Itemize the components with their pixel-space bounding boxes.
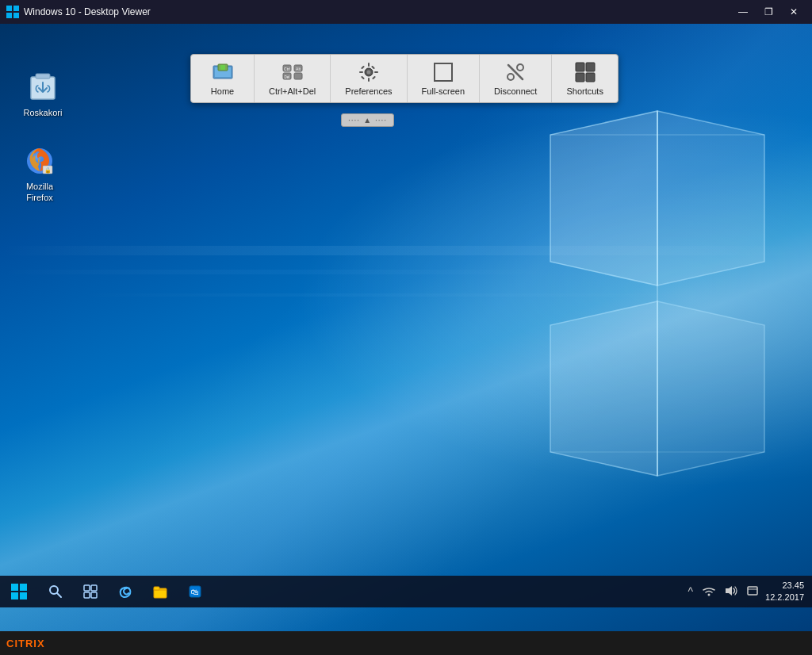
svg-rect-41	[576, 73, 584, 82]
svg-line-54	[57, 593, 61, 597]
title-bar-title: Windows 10 - Desktop Viewer	[24, 6, 151, 17]
svg-rect-56	[91, 585, 97, 591]
recycle-bin-icon	[26, 71, 59, 104]
shortcuts-icon	[574, 61, 596, 83]
store-icon: 🛍	[188, 584, 202, 599]
toolbar-disconnect-label: Disconnect	[494, 86, 537, 96]
svg-rect-30	[374, 71, 378, 73]
svg-rect-3	[13, 13, 19, 18]
preferences-icon	[358, 61, 380, 83]
search-icon	[48, 584, 63, 599]
svg-rect-42	[586, 73, 595, 82]
title-bar-controls: — ❐ ✕	[731, 4, 806, 20]
handle-arrow: ▲	[363, 116, 372, 124]
svg-rect-27	[368, 63, 370, 67]
svg-text:Alt: Alt	[296, 67, 301, 71]
fullscreen-icon	[432, 61, 454, 83]
svg-rect-57	[84, 592, 90, 598]
taskbar-right: ^	[685, 580, 812, 604]
svg-marker-7	[657, 301, 764, 476]
firefox-label: Mozilla Firefox	[26, 181, 53, 204]
toolbar-home-label: Home	[211, 86, 234, 96]
toolbar-shortcuts[interactable]: Shortcuts	[552, 55, 617, 102]
svg-text:Del: Del	[284, 75, 289, 79]
systray-network[interactable]	[700, 584, 718, 600]
svg-rect-49	[11, 584, 18, 591]
toolbar-handle[interactable]: ···· ▲ ····	[341, 113, 394, 127]
svg-rect-50	[20, 584, 27, 591]
toolbar-disconnect[interactable]: Disconnect	[480, 55, 552, 102]
svg-rect-12	[0, 270, 555, 274]
svg-rect-32	[372, 76, 376, 80]
taskbar: 🛍 ^	[0, 576, 812, 607]
home-icon	[212, 61, 234, 83]
citrix-logo: CITRIX	[6, 638, 45, 649]
clock-date: 12.2.2017	[765, 592, 804, 603]
svg-point-38	[517, 64, 523, 71]
toolbar-shortcuts-label: Shortcuts	[566, 86, 603, 96]
toolbar-ctrl-alt-del[interactable]: Ctrl Alt Del Ctrl+Alt+Del	[255, 55, 331, 102]
svg-rect-1	[13, 6, 19, 11]
handle-dots-right: ····	[375, 116, 387, 124]
svg-rect-44	[36, 74, 50, 79]
minimize-button[interactable]: —	[731, 4, 755, 20]
systray-volume[interactable]	[722, 584, 740, 600]
toolbar-home[interactable]: Home	[191, 55, 255, 102]
svg-marker-64	[726, 586, 732, 596]
svg-point-26	[366, 71, 370, 75]
title-bar-left: Windows 10 - Desktop Viewer	[6, 6, 151, 18]
start-button[interactable]	[0, 576, 38, 607]
svg-text:Ctrl: Ctrl	[284, 67, 290, 71]
taskbar-edge[interactable]	[108, 576, 143, 607]
svg-point-37	[508, 74, 514, 80]
svg-rect-51	[11, 592, 18, 599]
svg-rect-55	[84, 585, 90, 591]
task-view-icon	[83, 584, 98, 599]
svg-rect-28	[368, 78, 370, 82]
edge-icon	[118, 584, 132, 599]
svg-rect-40	[586, 63, 595, 71]
desktop: Home Ctrl Alt Del Ctrl+Alt+Del	[0, 24, 812, 631]
svg-rect-34	[361, 76, 365, 80]
disconnect-icon	[504, 61, 527, 83]
svg-rect-52	[20, 592, 27, 599]
svg-rect-17	[220, 65, 225, 70]
start-icon	[11, 584, 27, 599]
toolbar-preferences[interactable]: Preferences	[331, 55, 407, 102]
explorer-icon	[153, 584, 167, 599]
svg-marker-4	[550, 111, 657, 285]
svg-rect-39	[576, 63, 584, 71]
systray-notification[interactable]	[745, 584, 760, 600]
windows-logo	[527, 71, 788, 515]
clock-time: 23.45	[765, 580, 804, 592]
taskbar-search[interactable]	[38, 576, 73, 607]
title-bar: Windows 10 - Desktop Viewer — ❐ ✕	[0, 0, 812, 24]
recycle-bin-label: Roskakori	[24, 107, 63, 118]
toolbar-preferences-label: Preferences	[345, 86, 392, 96]
svg-rect-58	[91, 592, 97, 598]
close-button[interactable]: ✕	[782, 4, 806, 20]
taskbar-explorer[interactable]	[143, 576, 178, 607]
clock[interactable]: 23.45 12.2.2017	[765, 580, 804, 604]
desktop-icon-recycle-bin[interactable]: Roskakori	[14, 67, 71, 121]
citrix-bar: CITRIX	[0, 631, 812, 655]
ctrl-alt-del-icon: Ctrl Alt Del	[282, 61, 304, 83]
svg-rect-60	[154, 587, 159, 590]
taskbar-task-view[interactable]	[73, 576, 108, 607]
toolbar-fullscreen[interactable]: Full-screen	[408, 55, 480, 102]
toolbar-fullscreen-label: Full-screen	[422, 86, 465, 96]
svg-rect-21	[294, 73, 302, 79]
toolbar: Home Ctrl Alt Del Ctrl+Alt+Del	[190, 54, 619, 103]
svg-rect-0	[6, 6, 12, 11]
svg-rect-65	[748, 587, 757, 595]
restore-button[interactable]: ❐	[756, 4, 780, 20]
desktop-icon-firefox[interactable]: 🔒 Mozilla Firefox	[11, 141, 68, 207]
taskbar-store[interactable]: 🛍	[178, 576, 213, 607]
svg-point-63	[708, 593, 710, 596]
firefox-icon-container: 🔒	[23, 144, 56, 178]
toolbar-ctrl-alt-del-label: Ctrl+Alt+Del	[269, 86, 316, 96]
svg-rect-35	[435, 63, 452, 81]
systray-chevron[interactable]: ^	[685, 584, 695, 599]
svg-text:🔒: 🔒	[44, 167, 52, 174]
handle-dots-left: ····	[348, 116, 360, 124]
